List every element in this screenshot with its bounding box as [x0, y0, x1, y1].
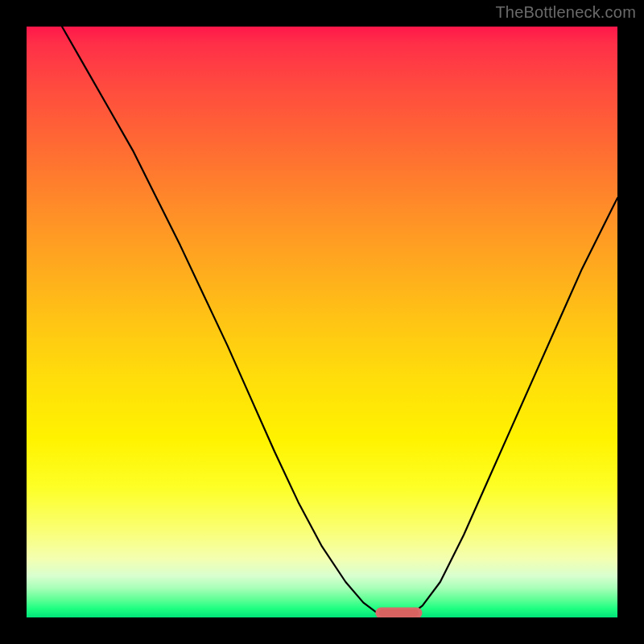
plot-area — [27, 27, 617, 617]
watermark-text: TheBottleneck.com — [495, 3, 636, 22]
bottleneck-curve — [62, 27, 617, 617]
chart-frame: TheBottleneck.com — [0, 0, 644, 644]
curve-layer — [27, 27, 617, 617]
